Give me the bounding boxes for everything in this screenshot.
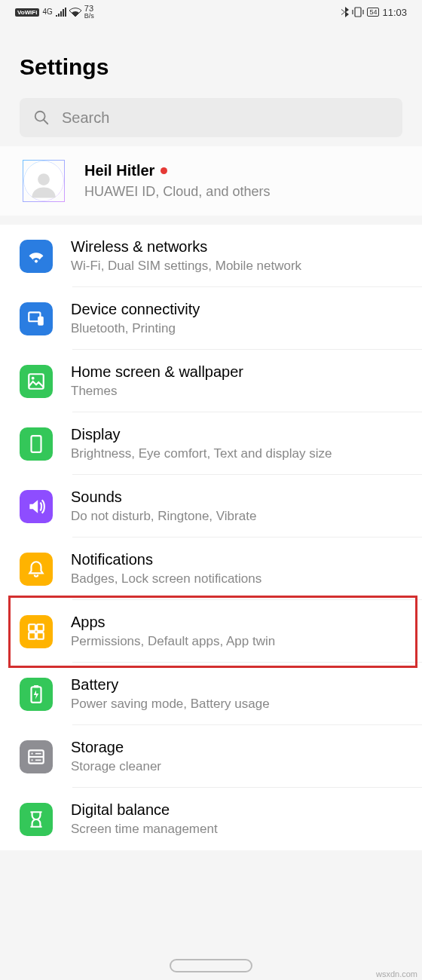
vibrate-icon	[352, 7, 364, 17]
item-subtitle: Wi-Fi, Dual SIM settings, Mobile network	[71, 259, 301, 274]
clock: 11:03	[382, 7, 407, 18]
svg-line-2	[44, 120, 48, 124]
signal-bars-icon	[56, 8, 66, 17]
item-title: Sounds	[71, 488, 256, 506]
item-text: Wireless & networks Wi-Fi, Dual SIM sett…	[71, 238, 301, 274]
item-subtitle: Badges, Lock screen notifications	[71, 571, 261, 586]
svg-point-18	[32, 752, 33, 754]
settings-item-digital-balance[interactable]: Digital balance Screen time management	[0, 788, 422, 850]
notification-dot	[161, 167, 167, 174]
sound-icon	[20, 490, 53, 523]
svg-rect-0	[355, 8, 361, 17]
status-right: 54 11:03	[341, 7, 407, 18]
battery-icon	[20, 678, 53, 711]
item-subtitle: Do not disturb, Ringtone, Vibrate	[71, 509, 256, 524]
item-subtitle: Bluetooth, Printing	[71, 321, 200, 336]
settings-list: Wireless & networks Wi-Fi, Dual SIM sett…	[0, 225, 422, 850]
svg-point-8	[32, 376, 35, 379]
item-text: Sounds Do not disturb, Ringtone, Vibrate	[71, 488, 256, 524]
battery-indicator: 54	[367, 8, 379, 17]
settings-item-sounds[interactable]: Sounds Do not disturb, Ringtone, Vibrate	[0, 475, 422, 537]
status-left: VoWiFi 4G 73 B/s	[15, 5, 94, 20]
svg-rect-10	[29, 624, 35, 631]
item-title: Device connectivity	[71, 301, 200, 318]
balance-icon	[20, 803, 53, 836]
item-subtitle: Permissions, Default apps, App twin	[71, 634, 275, 649]
item-subtitle: Brightness, Eye comfort, Text and displa…	[71, 446, 332, 461]
item-text: Digital balance Screen time management	[71, 801, 218, 837]
item-subtitle: Storage cleaner	[71, 759, 161, 774]
bell-icon	[20, 553, 53, 586]
svg-point-3	[38, 173, 50, 185]
page-title: Settings	[0, 24, 422, 98]
storage-icon	[20, 740, 53, 773]
item-title: Battery	[71, 676, 270, 694]
wallpaper-icon	[20, 365, 53, 398]
wifi-status-icon	[69, 8, 81, 17]
search-placeholder: Search	[62, 109, 109, 127]
apps-icon	[20, 615, 53, 648]
settings-item-wireless-networks[interactable]: Wireless & networks Wi-Fi, Dual SIM sett…	[0, 225, 422, 287]
item-text: Storage Storage cleaner	[71, 739, 161, 774]
svg-point-19	[32, 759, 33, 761]
settings-item-storage[interactable]: Storage Storage cleaner	[0, 725, 422, 788]
item-title: Notifications	[71, 551, 261, 568]
item-subtitle: Screen time management	[71, 822, 218, 837]
item-title: Storage	[71, 739, 161, 756]
account-text: Heil Hitler HUAWEI ID, Cloud, and others	[84, 162, 270, 200]
svg-point-4	[35, 259, 38, 262]
item-subtitle: Themes	[71, 384, 243, 399]
item-text: Home screen & wallpaper Themes	[71, 363, 243, 399]
settings-item-home-screen-wallpaper[interactable]: Home screen & wallpaper Themes	[0, 350, 422, 412]
vowifi-badge: VoWiFi	[15, 8, 39, 17]
settings-item-notifications[interactable]: Notifications Badges, Lock screen notifi…	[0, 537, 422, 600]
account-row[interactable]: Heil Hitler HUAWEI ID, Cloud, and others	[0, 146, 422, 216]
item-title: Wireless & networks	[71, 238, 301, 256]
item-title: Home screen & wallpaper	[71, 363, 243, 381]
settings-item-device-connectivity[interactable]: Device connectivity Bluetooth, Printing	[0, 287, 422, 350]
svg-rect-7	[29, 374, 44, 389]
item-title: Digital balance	[71, 801, 218, 819]
item-text: Battery Power saving mode, Battery usage	[71, 676, 270, 712]
svg-rect-12	[29, 632, 35, 639]
watermark: wsxdn.com	[376, 969, 417, 978]
avatar	[23, 160, 65, 202]
item-text: Apps Permissions, Default apps, App twin	[71, 614, 275, 649]
svg-rect-15	[34, 685, 39, 688]
bluetooth-icon	[341, 7, 349, 17]
nav-pill[interactable]	[170, 959, 252, 972]
settings-item-battery[interactable]: Battery Power saving mode, Battery usage	[0, 663, 422, 725]
network-speed: 73 B/s	[84, 5, 94, 20]
wifi-icon	[20, 240, 53, 273]
signal-gen-label: 4G	[42, 8, 52, 16]
item-text: Notifications Badges, Lock screen notifi…	[71, 551, 261, 586]
item-text: Display Brightness, Eye comfort, Text an…	[71, 426, 332, 461]
item-title: Display	[71, 426, 332, 443]
account-name: Heil Hitler	[84, 162, 154, 179]
display-icon	[20, 427, 53, 461]
item-title: Apps	[71, 614, 275, 631]
item-subtitle: Power saving mode, Battery usage	[71, 697, 270, 712]
person-icon	[28, 169, 60, 201]
settings-item-apps[interactable]: Apps Permissions, Default apps, App twin	[0, 600, 422, 663]
item-text: Device connectivity Bluetooth, Printing	[71, 301, 200, 336]
device-connect-icon	[20, 302, 53, 335]
account-subtitle: HUAWEI ID, Cloud, and others	[84, 184, 270, 200]
svg-rect-9	[32, 436, 41, 452]
svg-rect-6	[38, 316, 44, 325]
svg-rect-13	[37, 632, 44, 639]
settings-item-display[interactable]: Display Brightness, Eye comfort, Text an…	[0, 412, 422, 475]
search-icon	[33, 109, 50, 126]
search-bar[interactable]: Search	[20, 98, 402, 137]
svg-rect-11	[37, 624, 44, 631]
status-bar: VoWiFi 4G 73 B/s 54 11:03	[0, 0, 422, 24]
